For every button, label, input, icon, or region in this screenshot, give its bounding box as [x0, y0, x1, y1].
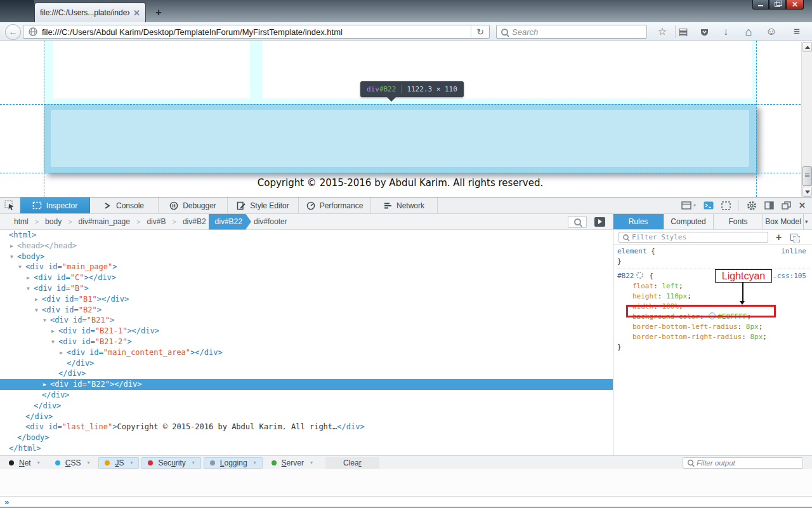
- expand-arrow-icon[interactable]: ▶: [43, 380, 46, 391]
- expand-sidebar-button[interactable]: [594, 217, 605, 227]
- breadcrumb-item-div-b2[interactable]: div#B2: [180, 217, 209, 226]
- markup-search-button[interactable]: [568, 216, 587, 228]
- frame-select-icon[interactable]: ▾: [681, 201, 696, 210]
- breadcrumb-item-body[interactable]: body: [43, 217, 64, 226]
- markup-node[interactable]: <html>: [0, 230, 613, 241]
- rules-filter-input[interactable]: [632, 233, 768, 241]
- sidebar-tab-fonts[interactable]: Fonts: [714, 214, 763, 229]
- markup-node[interactable]: ▶<div id="main_content_area"></div>: [0, 347, 613, 358]
- filter-caret-icon[interactable]: ▾: [37, 460, 40, 465]
- search-input[interactable]: [512, 27, 646, 37]
- hello-smiley-icon[interactable]: ☺: [764, 25, 779, 38]
- expand-arrow-icon[interactable]: ▶: [60, 348, 63, 359]
- tab-styleeditor[interactable]: Style Editor: [228, 197, 299, 213]
- markup-node[interactable]: </div>: [0, 368, 613, 379]
- back-button[interactable]: ←: [5, 24, 21, 40]
- element-rule-source-link[interactable]: inline: [781, 246, 806, 257]
- markup-node[interactable]: ▶<div id="B21-1"></div>: [0, 326, 613, 337]
- element-picker-button[interactable]: [0, 197, 20, 213]
- tab-console[interactable]: Console: [90, 197, 159, 213]
- sidebar-tab-computed[interactable]: Computed: [664, 214, 714, 229]
- console-filter-server[interactable]: Server▾: [265, 457, 319, 469]
- scrollbar-thumb[interactable]: [802, 166, 812, 186]
- window-minimize-button[interactable]: [752, 0, 769, 10]
- collapse-arrow-icon[interactable]: ▼: [51, 337, 55, 348]
- breadcrumb-item-div-footer[interactable]: div#footer: [251, 217, 290, 226]
- collapse-arrow-icon[interactable]: ▼: [10, 252, 13, 263]
- console-filter-css[interactable]: CSS▾: [49, 457, 96, 469]
- reading-list-icon[interactable]: ▤: [675, 25, 691, 38]
- declaration-border-bottom-left-radius[interactable]: border-bottom-left-radius: 8px;: [617, 322, 809, 332]
- split-console-icon[interactable]: [704, 201, 714, 210]
- reload-button[interactable]: ↻: [471, 25, 489, 38]
- element-rule-selector[interactable]: element { inline: [617, 246, 809, 257]
- markup-node[interactable]: ▼<body>: [0, 251, 613, 262]
- bookmark-star-icon[interactable]: ☆: [655, 25, 670, 38]
- filter-caret-icon[interactable]: ▾: [87, 460, 89, 465]
- new-tab-button[interactable]: +: [151, 6, 166, 19]
- breadcrumb-item-div-b22[interactable]: div#B22: [209, 214, 251, 230]
- console-filter-logging[interactable]: Logging▾: [204, 457, 263, 469]
- markup-node[interactable]: ▶<div id="C"></div>: [0, 272, 613, 283]
- markup-node[interactable]: </body>: [0, 432, 613, 443]
- markup-node[interactable]: ▼<div id="B2">: [0, 305, 613, 316]
- markup-node[interactable]: </html>: [0, 443, 613, 454]
- markup-node[interactable]: ▼<div id="main_page">: [0, 262, 613, 272]
- separate-window-icon[interactable]: [782, 201, 791, 210]
- url-bar[interactable]: ↻: [23, 25, 490, 39]
- filter-output-input[interactable]: [697, 459, 802, 467]
- collapse-arrow-icon[interactable]: ▼: [27, 284, 30, 295]
- b22-rule-selector[interactable]: #B22 { default.css:105: [617, 271, 809, 281]
- window-restore-button[interactable]: [769, 0, 786, 10]
- page-scrollbar[interactable]: [801, 42, 812, 197]
- collapse-arrow-icon[interactable]: ▼: [35, 305, 38, 316]
- tab-debugger[interactable]: Debugger: [159, 197, 228, 213]
- pseudo-class-button[interactable]: [790, 234, 797, 241]
- expand-arrow-icon[interactable]: ▶: [27, 273, 30, 284]
- filter-caret-icon[interactable]: ▾: [310, 460, 313, 465]
- tab-network[interactable]: Network: [371, 197, 438, 213]
- window-close-button[interactable]: ✕: [786, 0, 804, 10]
- tab-performance[interactable]: Performance: [299, 197, 371, 213]
- breadcrumb-item-html[interactable]: html: [11, 217, 31, 226]
- breadcrumb-item-div-b[interactable]: div#B: [144, 217, 168, 226]
- markup-node-selected[interactable]: ▶<div id="B22"></div>: [0, 379, 613, 390]
- markup-node[interactable]: </div>: [0, 390, 613, 401]
- console-filter-net[interactable]: Net▾: [3, 457, 46, 469]
- console-filter-security[interactable]: Security▾: [141, 457, 200, 469]
- home-icon[interactable]: ⌂: [741, 25, 756, 38]
- scroll-down-button[interactable]: [802, 187, 812, 197]
- tab-inspector[interactable]: Inspector: [20, 197, 90, 213]
- console-input-line[interactable]: »: [0, 496, 812, 507]
- filter-caret-icon[interactable]: ▾: [130, 460, 133, 465]
- console-filter-js[interactable]: JS▾: [98, 457, 139, 469]
- filter-caret-icon[interactable]: ▾: [192, 460, 195, 465]
- expand-arrow-icon[interactable]: ▶: [10, 241, 13, 252]
- rule-gear-icon[interactable]: [636, 272, 643, 279]
- markup-node[interactable]: <div id="last_line">Copyright © 2015-201…: [0, 422, 613, 432]
- collapse-arrow-icon[interactable]: ▼: [43, 316, 46, 326]
- search-bar[interactable]: [496, 25, 647, 39]
- dock-side-icon[interactable]: [764, 201, 774, 210]
- declaration-float[interactable]: float: left;: [617, 281, 809, 291]
- declaration-height[interactable]: height: 110px;: [617, 291, 809, 302]
- markup-node[interactable]: ▼<div id="B21-2">: [0, 337, 613, 347]
- breadcrumb-item-div-main-page[interactable]: div#main_page: [76, 217, 133, 226]
- downloads-icon[interactable]: ↓: [718, 25, 733, 38]
- scroll-up-button[interactable]: [802, 42, 812, 52]
- console-filter-output-box[interactable]: [683, 457, 803, 469]
- markup-node[interactable]: ▶<div id="B1"></div>: [0, 294, 613, 305]
- url-input[interactable]: [42, 27, 471, 37]
- markup-node[interactable]: ▼<div id="B">: [0, 283, 613, 294]
- markup-node[interactable]: </div>: [0, 411, 613, 422]
- pocket-icon[interactable]: [697, 25, 712, 38]
- markup-node[interactable]: ▼<div id="B21">: [0, 315, 613, 326]
- sidebar-tab-rules[interactable]: Rules: [613, 214, 664, 229]
- settings-gear-icon[interactable]: [747, 201, 757, 211]
- markup-node[interactable]: </div>: [0, 401, 613, 411]
- markup-node[interactable]: </div>: [0, 358, 613, 369]
- rules-filter-box[interactable]: [619, 232, 768, 243]
- collapse-arrow-icon[interactable]: ▼: [18, 262, 22, 273]
- browser-tab[interactable]: file:///C:/Users...plate/index.html ✕: [34, 3, 146, 22]
- devtools-close-icon[interactable]: ✕: [799, 201, 806, 210]
